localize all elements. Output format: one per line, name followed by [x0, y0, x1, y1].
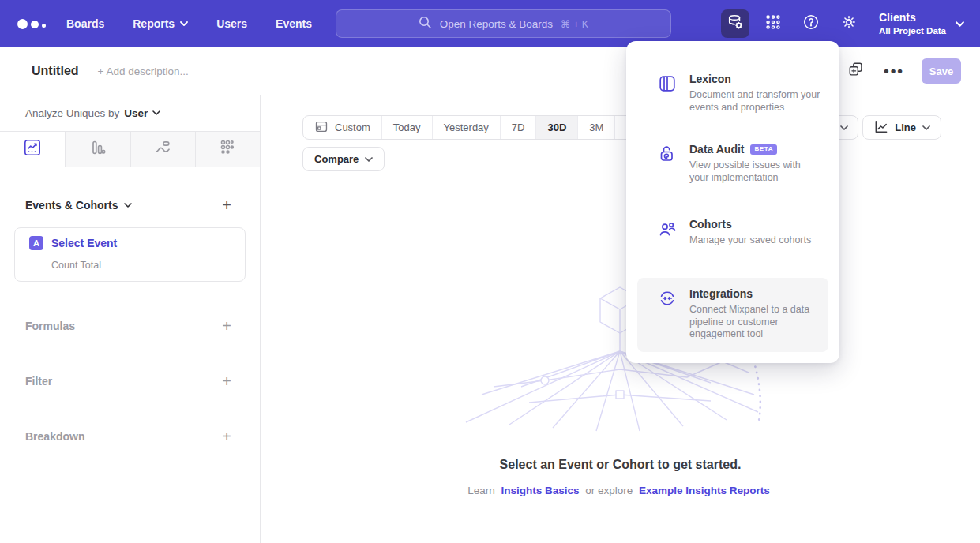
nav-item-boards[interactable]: Boards	[66, 17, 104, 30]
report-canvas: Custom Today Yesterday 7D 30D 3M 6M Comp…	[261, 95, 980, 543]
save-button[interactable]: Save	[922, 58, 961, 84]
search-shortcut: ⌘ + K	[561, 18, 588, 30]
chevron-down-icon	[365, 157, 373, 162]
menu-item-cohorts[interactable]: Cohorts Manage your saved cohorts	[637, 210, 828, 255]
tab-line-chart[interactable]	[0, 132, 65, 167]
menu-item-description: View possible issues with your implement…	[689, 159, 820, 184]
insights-basics-link[interactable]: Insights Basics	[501, 485, 579, 496]
beta-badge: BETA	[750, 144, 777, 155]
range-label: Yesterday	[444, 122, 489, 133]
events-cohorts-toggle[interactable]: Events & Cohorts	[25, 199, 132, 212]
project-switcher[interactable]: Clients All Project Data	[879, 11, 964, 36]
grid-dots-icon	[764, 13, 782, 34]
formulas-section: Formulas +	[25, 315, 231, 337]
menu-item-lexicon[interactable]: Lexicon Document and transform your even…	[637, 65, 828, 122]
mixpanel-app: Boards Reports Users Events Open Reports…	[0, 0, 980, 543]
menu-item-title: Integrations	[689, 287, 753, 300]
chevron-down-icon	[124, 203, 132, 208]
help-button[interactable]	[797, 9, 825, 38]
filter-label: Filter	[25, 375, 52, 388]
menu-item-data-audit[interactable]: Data Audit BETA View possible issues wit…	[637, 135, 828, 192]
range-today[interactable]: Today	[381, 116, 432, 139]
menu-item-title: Cohorts	[689, 218, 732, 230]
menu-item-integrations[interactable]: Integrations Connect Mixpanel to a data …	[637, 278, 828, 352]
nav-label: Events	[276, 17, 312, 30]
range-3m[interactable]: 3M	[577, 116, 614, 139]
range-30d[interactable]: 30D	[535, 116, 577, 139]
select-event-button[interactable]: Select Event	[51, 237, 117, 249]
line-axis-icon	[873, 119, 888, 137]
apps-grid-button[interactable]	[759, 9, 787, 38]
explore-text: or explore	[585, 485, 633, 496]
menu-item-title: Lexicon	[689, 73, 731, 85]
date-range-selector: Custom Today Yesterday 7D 30D 3M 6M	[302, 115, 652, 140]
breakdown-label: Breakdown	[25, 430, 84, 443]
chevron-down-icon	[922, 125, 930, 130]
events-cohorts-header: Events & Cohorts +	[25, 199, 231, 212]
chevron-down-icon	[180, 21, 188, 26]
add-formula-button[interactable]: +	[222, 320, 231, 332]
help-icon	[802, 13, 820, 34]
calendar-icon	[314, 119, 329, 136]
compare-label: Compare	[314, 153, 359, 165]
analyze-label: Analyze Uniques by	[25, 107, 119, 119]
filter-section: Filter +	[25, 370, 231, 392]
ellipsis-icon: •••	[884, 67, 904, 75]
count-total-dropdown[interactable]: Count Total	[51, 260, 101, 271]
query-builder-sidebar: Analyze Uniques by User Events & Cohorts	[0, 95, 261, 543]
chevron-down-icon	[840, 125, 848, 130]
event-badge: A	[29, 236, 43, 250]
example-reports-link[interactable]: Example Insights Reports	[639, 485, 770, 496]
nav-item-users[interactable]: Users	[216, 17, 247, 30]
chevron-down-icon	[956, 21, 964, 27]
nav-label: Boards	[66, 17, 104, 30]
range-label: 30D	[547, 122, 566, 133]
event-card[interactable]: A Select Event Count Total	[14, 227, 246, 282]
line-chart-icon	[23, 138, 42, 160]
search-icon	[419, 16, 432, 32]
add-event-button[interactable]: +	[222, 199, 231, 212]
primary-nav: Boards Reports Users Events	[66, 17, 312, 30]
analyze-value-dropdown[interactable]: User	[124, 107, 160, 119]
chart-type-label: Line	[895, 122, 916, 133]
settings-button[interactable]	[835, 9, 863, 38]
tab-bar-chart[interactable]	[65, 132, 130, 167]
empty-state: Select an Event or Cohort to get started…	[261, 458, 980, 496]
more-options-button[interactable]: •••	[884, 61, 904, 81]
nav-item-events[interactable]: Events	[276, 17, 312, 30]
data-management-button[interactable]	[721, 9, 749, 38]
range-custom[interactable]: Custom	[303, 116, 381, 139]
menu-item-description: Document and transform your events and p…	[689, 89, 820, 114]
nav-item-reports[interactable]: Reports	[133, 17, 188, 30]
mixpanel-logo-icon[interactable]	[17, 19, 52, 29]
add-description-field[interactable]: + Add description...	[98, 66, 189, 77]
cohorts-people-icon	[658, 219, 677, 238]
menu-item-description: Manage your saved cohorts	[689, 234, 811, 247]
add-filter-button[interactable]: +	[222, 375, 231, 388]
project-name: All Project Data	[879, 25, 946, 36]
data-audit-icon	[658, 144, 677, 163]
tab-scatter-chart[interactable]	[195, 132, 260, 167]
chevron-down-icon	[152, 110, 160, 115]
tab-flow-chart[interactable]	[130, 132, 195, 167]
learn-text: Learn	[467, 485, 495, 496]
formulas-label: Formulas	[25, 320, 75, 332]
range-7d[interactable]: 7D	[500, 116, 536, 139]
bar-chart-icon	[88, 138, 107, 160]
add-breakdown-button[interactable]: +	[222, 430, 231, 443]
menu-item-description: Connect Mixpanel to a data pipeline or c…	[689, 304, 820, 341]
range-label: Custom	[335, 122, 370, 133]
analyze-value: User	[124, 107, 148, 119]
report-title[interactable]: Untitled	[32, 64, 79, 78]
duplicate-button[interactable]	[846, 61, 866, 81]
flow-chart-icon	[153, 138, 172, 160]
gear-icon	[840, 13, 858, 34]
search-placeholder: Open Reports & Boards	[440, 18, 553, 30]
range-label: 7D	[512, 122, 525, 133]
global-search-input[interactable]: Open Reports & Boards ⌘ + K	[336, 9, 671, 38]
chart-type-dropdown[interactable]: Line	[862, 115, 941, 140]
report-header-actions: ••• Save	[846, 47, 961, 95]
compare-dropdown[interactable]: Compare	[302, 147, 385, 171]
range-yesterday[interactable]: Yesterday	[432, 116, 500, 139]
database-gear-icon	[727, 13, 744, 34]
